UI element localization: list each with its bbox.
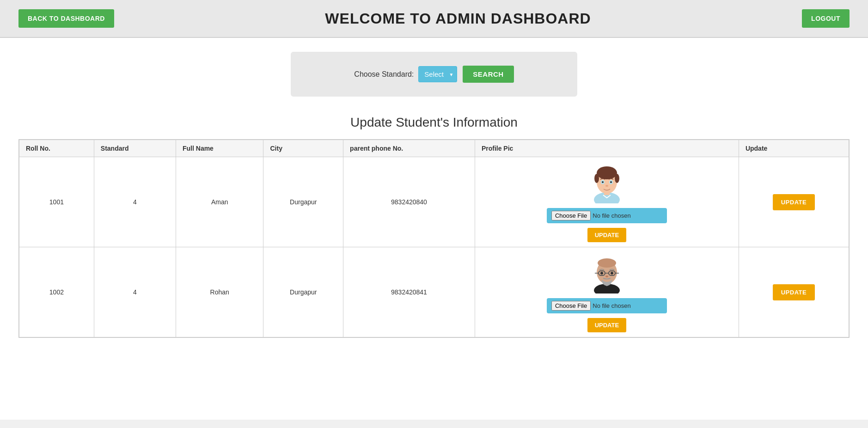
profile-cell-1: UPDATE (482, 162, 732, 242)
col-profile-pic: Profile Pic (475, 140, 739, 157)
section-title: Update Student's Information (18, 115, 850, 130)
svg-point-22 (605, 275, 608, 277)
back-to-dashboard-button[interactable]: BACK TO DASHBOARD (18, 9, 114, 28)
cell-profile-2: UPDATE (475, 247, 739, 337)
file-input-1[interactable] (551, 211, 662, 220)
table-row: 1001 4 Aman Durgapur 9832420840 (19, 157, 849, 247)
update-button-1[interactable]: UPDATE (773, 194, 815, 210)
col-full-name: Full Name (176, 140, 263, 157)
svg-point-3 (597, 166, 617, 179)
file-input-wrapper-1 (547, 208, 667, 223)
file-input-2[interactable] (551, 301, 662, 311)
update-button-inner-1[interactable]: UPDATE (587, 228, 626, 242)
cell-name-2: Rohan (176, 247, 263, 337)
avatar-1 (586, 162, 628, 203)
search-box: Choose Standard: Select 1 2 3 4 5 6 7 8 … (291, 52, 577, 97)
cell-standard-2: 4 (94, 247, 176, 337)
col-update: Update (739, 140, 849, 157)
table-header-row: Roll No. Standard Full Name City parent … (19, 140, 849, 157)
table-row: 1002 4 Rohan Durgapur 9832420841 (19, 247, 849, 337)
update-button-inner-2[interactable]: UPDATE (587, 318, 626, 332)
select-wrapper: Select 1 2 3 4 5 6 7 8 9 10 (418, 66, 457, 82)
profile-cell-2: UPDATE (482, 252, 732, 332)
choose-standard-label: Choose Standard: (354, 70, 414, 79)
col-roll-no: Roll No. (19, 140, 94, 157)
col-city: City (263, 140, 343, 157)
col-standard: Standard (94, 140, 176, 157)
svg-point-20 (600, 272, 603, 275)
svg-point-5 (615, 174, 619, 183)
cell-update-1: UPDATE (739, 157, 849, 247)
update-button-2[interactable]: UPDATE (773, 284, 815, 300)
header: BACK TO DASHBOARD WELCOME TO ADMIN DASHB… (0, 0, 868, 38)
avatar-2 (586, 252, 628, 293)
cell-update-2: UPDATE (739, 247, 849, 337)
svg-point-4 (594, 174, 599, 183)
cell-city-1: Durgapur (263, 157, 343, 247)
cell-name-1: Aman (176, 157, 263, 247)
cell-roll-no-2: 1002 (19, 247, 94, 337)
standard-select[interactable]: Select 1 2 3 4 5 6 7 8 9 10 (418, 66, 457, 82)
cell-city-2: Durgapur (263, 247, 343, 337)
search-button[interactable]: SEARCH (463, 66, 513, 83)
col-parent-phone: parent phone No. (343, 140, 475, 157)
logout-button[interactable]: LOGOUT (802, 9, 850, 28)
svg-point-9 (610, 181, 612, 183)
main-content: Choose Standard: Select 1 2 3 4 5 6 7 8 … (0, 38, 868, 420)
cell-phone-2: 9832420841 (343, 247, 475, 337)
students-table: Roll No. Standard Full Name City parent … (19, 140, 849, 337)
svg-point-8 (602, 181, 604, 183)
file-input-wrapper-2 (547, 298, 667, 313)
cell-phone-1: 9832420840 (343, 157, 475, 247)
page-title: WELCOME TO ADMIN DASHBOARD (325, 10, 591, 27)
cell-profile-1: UPDATE (475, 157, 739, 247)
svg-point-21 (611, 272, 613, 275)
cell-standard-1: 4 (94, 157, 176, 247)
table-body: 1001 4 Aman Durgapur 9832420840 (19, 157, 849, 337)
svg-point-14 (598, 258, 616, 268)
table-container: Roll No. Standard Full Name City parent … (18, 139, 850, 338)
table-head: Roll No. Standard Full Name City parent … (19, 140, 849, 157)
cell-roll-no-1: 1001 (19, 157, 94, 247)
svg-point-10 (605, 185, 608, 187)
